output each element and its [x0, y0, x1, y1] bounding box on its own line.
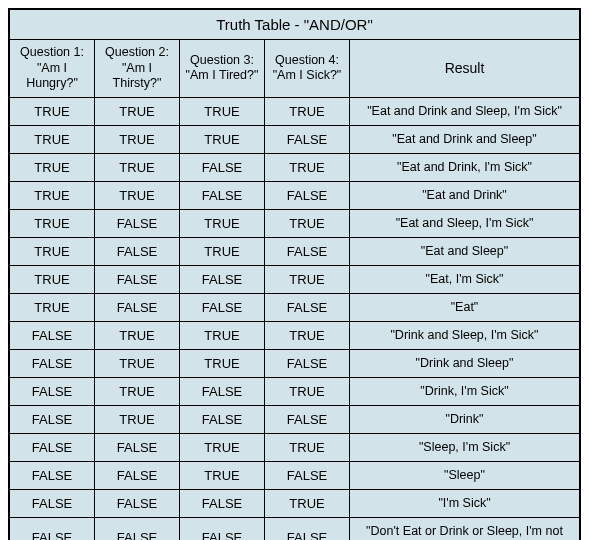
cell-q1: FALSE: [10, 378, 95, 405]
table-row: FALSETRUETRUEFALSE"Drink and Sleep": [10, 350, 579, 378]
header-q4: Question 4:"Am I Sick?": [265, 40, 350, 97]
table-row: FALSETRUEFALSEFALSE"Drink": [10, 406, 579, 434]
cell-q2: FALSE: [95, 462, 180, 489]
cell-q3: FALSE: [180, 490, 265, 517]
cell-q3: FALSE: [180, 378, 265, 405]
cell-q4: FALSE: [265, 518, 350, 540]
cell-q3: FALSE: [180, 294, 265, 321]
cell-q2: FALSE: [95, 294, 180, 321]
cell-q3: FALSE: [180, 154, 265, 181]
cell-result: "Eat, I'm Sick": [350, 266, 579, 293]
cell-q3: TRUE: [180, 98, 265, 125]
cell-q1: FALSE: [10, 350, 95, 377]
cell-result: "Eat": [350, 294, 579, 321]
cell-q3: TRUE: [180, 322, 265, 349]
truth-table: Truth Table - "AND/OR" Question 1:"Am I …: [8, 8, 581, 540]
table-row: TRUEFALSEFALSETRUE"Eat, I'm Sick": [10, 266, 579, 294]
table-row: FALSETRUEFALSETRUE"Drink, I'm Sick": [10, 378, 579, 406]
cell-q4: TRUE: [265, 210, 350, 237]
cell-result: "Sleep, I'm Sick": [350, 434, 579, 461]
cell-result: "Eat and Drink and Sleep, I'm Sick": [350, 98, 579, 125]
cell-q4: TRUE: [265, 98, 350, 125]
cell-q2: FALSE: [95, 490, 180, 517]
table-row: TRUETRUETRUETRUE"Eat and Drink and Sleep…: [10, 98, 579, 126]
table-body: TRUETRUETRUETRUE"Eat and Drink and Sleep…: [10, 98, 579, 540]
cell-q2: TRUE: [95, 154, 180, 181]
cell-q3: TRUE: [180, 462, 265, 489]
header-result: Result: [350, 40, 579, 97]
cell-q4: TRUE: [265, 266, 350, 293]
cell-q1: FALSE: [10, 462, 95, 489]
cell-q1: FALSE: [10, 322, 95, 349]
cell-q3: FALSE: [180, 518, 265, 540]
table-row: FALSEFALSETRUETRUE"Sleep, I'm Sick": [10, 434, 579, 462]
header-q3: Question 3:"Am I Tired?": [180, 40, 265, 97]
cell-result: "Eat and Drink and Sleep": [350, 126, 579, 153]
cell-q1: TRUE: [10, 210, 95, 237]
cell-q1: FALSE: [10, 434, 95, 461]
table-title: Truth Table - "AND/OR": [10, 10, 579, 40]
cell-q4: FALSE: [265, 462, 350, 489]
cell-q2: TRUE: [95, 406, 180, 433]
cell-result: "Eat and Sleep, I'm Sick": [350, 210, 579, 237]
cell-q3: FALSE: [180, 266, 265, 293]
header-q1: Question 1:"Am I Hungry?": [10, 40, 95, 97]
cell-result: "Eat and Drink": [350, 182, 579, 209]
cell-q4: FALSE: [265, 238, 350, 265]
cell-q3: FALSE: [180, 406, 265, 433]
cell-result: "I'm Sick": [350, 490, 579, 517]
table-row: TRUEFALSETRUEFALSE"Eat and Sleep": [10, 238, 579, 266]
cell-q1: TRUE: [10, 266, 95, 293]
cell-q1: TRUE: [10, 98, 95, 125]
table-row: TRUETRUETRUEFALSE"Eat and Drink and Slee…: [10, 126, 579, 154]
cell-q2: FALSE: [95, 518, 180, 540]
cell-q1: TRUE: [10, 154, 95, 181]
cell-q2: TRUE: [95, 126, 180, 153]
table-row: FALSETRUETRUETRUE"Drink and Sleep, I'm S…: [10, 322, 579, 350]
cell-q3: TRUE: [180, 126, 265, 153]
cell-result: "Don't Eat or Drink or Sleep, I'm not Si…: [350, 518, 579, 540]
cell-q3: TRUE: [180, 238, 265, 265]
table-header-row: Question 1:"Am I Hungry?" Question 2:"Am…: [10, 40, 579, 98]
table-row: TRUETRUEFALSEFALSE"Eat and Drink": [10, 182, 579, 210]
cell-q2: TRUE: [95, 182, 180, 209]
cell-q1: TRUE: [10, 238, 95, 265]
cell-q4: TRUE: [265, 322, 350, 349]
cell-result: "Drink and Sleep, I'm Sick": [350, 322, 579, 349]
cell-q3: TRUE: [180, 350, 265, 377]
cell-q4: FALSE: [265, 126, 350, 153]
cell-q4: FALSE: [265, 350, 350, 377]
cell-q1: FALSE: [10, 490, 95, 517]
table-row: FALSEFALSEFALSETRUE"I'm Sick": [10, 490, 579, 518]
cell-q3: TRUE: [180, 210, 265, 237]
cell-q2: FALSE: [95, 434, 180, 461]
cell-q4: TRUE: [265, 378, 350, 405]
cell-result: "Eat and Drink, I'm Sick": [350, 154, 579, 181]
cell-q2: FALSE: [95, 266, 180, 293]
cell-q4: FALSE: [265, 182, 350, 209]
cell-q4: TRUE: [265, 490, 350, 517]
cell-q2: TRUE: [95, 98, 180, 125]
cell-q1: TRUE: [10, 126, 95, 153]
table-row: TRUEFALSETRUETRUE"Eat and Sleep, I'm Sic…: [10, 210, 579, 238]
cell-result: "Eat and Sleep": [350, 238, 579, 265]
cell-q1: TRUE: [10, 182, 95, 209]
cell-q1: TRUE: [10, 294, 95, 321]
cell-q2: FALSE: [95, 238, 180, 265]
cell-q4: TRUE: [265, 154, 350, 181]
cell-result: "Drink": [350, 406, 579, 433]
cell-q2: TRUE: [95, 322, 180, 349]
table-row: TRUETRUEFALSETRUE"Eat and Drink, I'm Sic…: [10, 154, 579, 182]
cell-q4: TRUE: [265, 434, 350, 461]
cell-q2: TRUE: [95, 350, 180, 377]
cell-q4: FALSE: [265, 406, 350, 433]
table-row: FALSEFALSEFALSEFALSE"Don't Eat or Drink …: [10, 518, 579, 540]
cell-q3: FALSE: [180, 182, 265, 209]
cell-q3: TRUE: [180, 434, 265, 461]
cell-q1: FALSE: [10, 518, 95, 540]
table-row: FALSEFALSETRUEFALSE"Sleep": [10, 462, 579, 490]
cell-result: "Drink, I'm Sick": [350, 378, 579, 405]
cell-q2: FALSE: [95, 210, 180, 237]
cell-result: "Sleep": [350, 462, 579, 489]
header-q2: Question 2:"Am I Thirsty?": [95, 40, 180, 97]
